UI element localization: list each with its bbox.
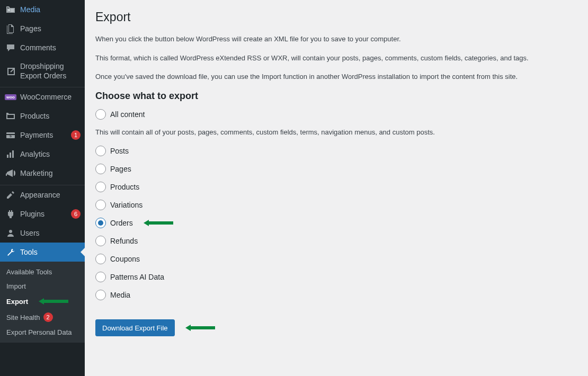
export-option-row: Coupons [95,254,577,264]
submenu-import[interactable]: Import [0,279,85,293]
svg-rect-6 [12,150,14,158]
menu-label: Media [20,5,81,14]
woocommerce-icon: woo [5,92,16,102]
export-icon [5,66,16,76]
plugins-icon [5,209,16,219]
radio-variations[interactable] [95,200,106,210]
radio-refunds[interactable] [95,236,106,246]
radio-orders[interactable] [95,218,106,228]
radio-coupons[interactable] [95,254,106,264]
svg-text:$: $ [10,134,12,138]
comments-icon [5,42,16,53]
export-option-row: Refunds [95,236,577,246]
page-title: Export [95,5,577,26]
submenu-label: Export Personal Data [6,328,72,336]
menu-label: Analytics [20,149,81,159]
radio-patterns-ai-data[interactable] [95,272,106,282]
sidebar-item-marketing[interactable]: Marketing [0,164,85,183]
submenu-available-tools[interactable]: Available Tools [0,265,85,279]
sidebar-item-woocommerce[interactable]: woo WooCommerce [0,87,85,106]
intro-text: When you click the button below WordPres… [95,34,577,44]
submenu-label: Available Tools [6,268,52,276]
submenu-label: Site Health [6,314,40,321]
main-content: Export When you click the button below W… [85,0,588,376]
section-title: Choose what to export [95,91,577,102]
export-option-row: Patterns AI Data [95,272,577,282]
menu-label: Marketing [20,168,81,178]
menu-label: Pages [20,24,81,33]
export-option-row: Orders [95,218,577,228]
appearance-icon [5,190,16,200]
pages-icon [5,23,16,34]
intro-text: This format, which is called WordPress e… [95,53,577,64]
radio-label[interactable]: Refunds [110,237,138,245]
sidebar-item-users[interactable]: Users [0,223,85,243]
menu-label: Appearance [20,190,81,200]
radio-pages[interactable] [95,164,106,174]
submenu-label: Export [6,298,28,306]
radio-label[interactable]: Variations [110,201,142,209]
svg-point-0 [8,9,10,11]
export-option-row: Variations [95,200,577,210]
sidebar-item-products[interactable]: Products [0,106,85,126]
radio-label[interactable]: Products [110,183,139,191]
arrow-annotation-icon [38,297,69,306]
sidebar-item-analytics[interactable]: Analytics [0,145,85,164]
tools-icon [5,247,16,257]
menu-label: Dropshipping Export Orders [20,61,81,80]
sidebar-item-appearance[interactable]: Appearance [0,185,85,204]
marketing-icon [5,168,16,178]
sidebar-item-plugins[interactable]: Plugins 6 [0,204,85,223]
sidebar-item-media[interactable]: Media [0,0,85,19]
arrow-annotation-icon [142,218,174,228]
export-option-row: Posts [95,146,577,156]
sidebar-item-tools[interactable]: Tools [0,243,85,262]
menu-label: Plugins [20,209,69,219]
submenu-site-health[interactable]: Site Health 2 [0,309,85,325]
radio-label[interactable]: Orders [110,219,133,227]
export-option-row: All content [95,109,577,120]
radio-label[interactable]: Patterns AI Data [110,273,164,281]
media-icon [5,4,16,15]
analytics-icon [5,149,16,159]
sidebar-item-comments[interactable]: Comments [0,38,85,57]
export-option-row: Products [95,182,577,192]
admin-sidebar: Media Pages Comments Dropshipping Export… [0,0,85,376]
sidebar-item-pages[interactable]: Pages [0,19,85,38]
menu-label: Products [20,111,81,121]
menu-label: Tools [20,247,81,257]
radio-label[interactable]: Coupons [110,255,140,263]
products-icon [5,111,16,121]
export-option-row: Media [95,290,577,300]
menu-label: Payments [20,130,69,140]
tools-submenu: Available Tools Import Export Site Healt… [0,262,85,343]
payments-icon: $ [5,130,16,140]
sidebar-item-payments[interactable]: $ Payments 1 [0,126,85,145]
radio-label[interactable]: Media [110,291,130,299]
radio-label[interactable]: Pages [110,165,131,173]
svg-rect-5 [10,153,11,158]
submenu-export[interactable]: Export [0,293,85,309]
all-content-description: This will contain all of your posts, pag… [95,127,577,138]
radio-media[interactable] [95,290,106,300]
submenu-label: Import [6,282,26,290]
badge-count: 2 [43,312,53,322]
intro-text: Once you've saved the download file, you… [95,71,577,82]
users-icon [5,228,16,238]
radio-label[interactable]: Posts [110,147,129,155]
radio-label[interactable]: All content [110,110,145,119]
badge-count: 6 [71,209,81,219]
radio-products[interactable] [95,182,106,192]
svg-point-7 [9,230,12,233]
submenu-export-personal-data[interactable]: Export Personal Data [0,325,85,339]
radio-posts[interactable] [95,146,106,156]
menu-label: Users [20,228,81,238]
menu-label: WooCommerce [20,92,81,102]
export-option-row: Pages [95,164,577,174]
menu-label: Comments [20,43,81,52]
download-export-button[interactable]: Download Export File [95,319,175,336]
arrow-annotation-icon [184,323,216,333]
radio-all-content[interactable] [95,109,106,120]
badge-count: 1 [71,130,81,140]
sidebar-item-dropshipping[interactable]: Dropshipping Export Orders [0,57,85,85]
